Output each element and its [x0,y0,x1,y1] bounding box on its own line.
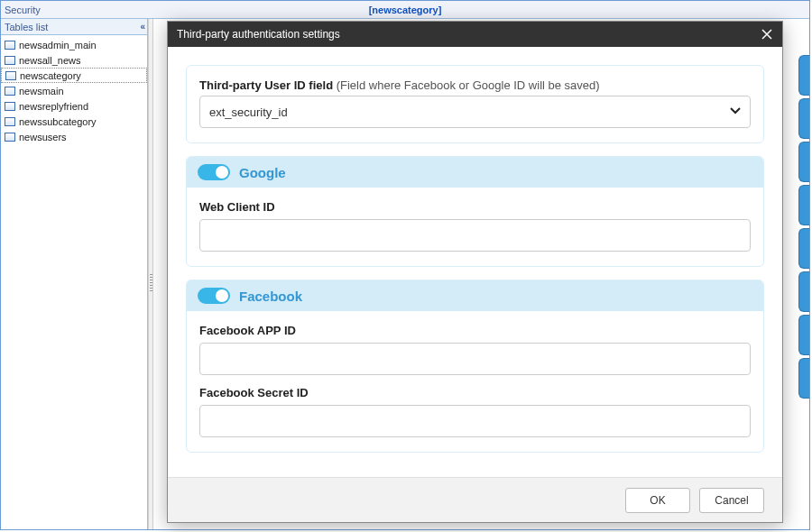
web-client-id-label: Web Client ID [199,200,751,214]
right-tab[interactable] [798,315,809,355]
right-tab[interactable] [798,358,809,399]
sidebar-item-newsadmin_main[interactable]: newsadmin_main [1,37,147,52]
sidebar-title: Tables list [5,22,48,32]
sidebar-item-label: newsreplyfriend [19,101,88,112]
facebook-secret-id-input[interactable] [199,405,751,437]
facebook-app-id-input[interactable] [199,343,751,375]
collapse-icon[interactable]: « [140,22,143,32]
sidebar: Tables list « newsadmin_mainnewsall_news… [1,19,148,529]
right-tab[interactable] [798,142,809,182]
dialog-body: Third-party User ID field (Field where F… [168,47,782,477]
dialog-titlebar[interactable]: Third-party authentication settings [168,22,782,47]
table-icon [5,102,15,111]
table-icon [5,133,15,142]
google-toggle[interactable] [198,164,230,180]
sidebar-item-label: newsmain [19,86,64,96]
top-bar-section-label: Security [5,5,41,15]
table-icon [5,117,15,126]
facebook-panel-header: Facebook [187,280,763,311]
dialog-title: Third-party authentication settings [177,28,340,41]
table-icon [5,41,15,50]
sidebar-item-label: newssubcategory [19,116,97,127]
third-party-auth-dialog: Third-party authentication settings Thir… [167,21,783,523]
right-tab[interactable] [798,228,809,269]
facebook-panel: Facebook Facebook APP ID Facebook Secret… [186,280,764,453]
right-tab[interactable] [798,185,809,225]
google-panel: Google Web Client ID [186,156,764,267]
sidebar-item-newsall_news[interactable]: newsall_news [1,52,147,68]
facebook-panel-title: Facebook [239,289,302,304]
right-tab[interactable] [798,98,809,139]
sidebar-item-newsusers[interactable]: newsusers [1,129,147,144]
tables-list: newsadmin_mainnewsall_newsnewscategoryne… [1,35,147,529]
sidebar-header: Tables list « [1,19,147,35]
top-bar: Security [newscategory] [1,1,809,19]
sidebar-item-newssubcategory[interactable]: newssubcategory [1,114,147,129]
right-tab[interactable] [798,55,809,96]
google-panel-header: Google [187,157,763,188]
table-icon [5,87,15,96]
sidebar-item-label: newsall_news [19,55,80,66]
sidebar-item-label: newscategory [20,70,81,81]
sidebar-item-label: newsusers [19,132,67,142]
facebook-toggle[interactable] [198,288,230,304]
sidebar-item-label: newsadmin_main [19,40,97,50]
cancel-button[interactable]: Cancel [699,488,764,513]
table-icon [5,56,15,65]
userid-field-select[interactable] [199,96,751,128]
web-client-id-input[interactable] [199,219,751,252]
right-tab[interactable] [798,271,809,312]
ok-button[interactable]: OK [625,488,690,513]
sidebar-item-newsreplyfriend[interactable]: newsreplyfriend [1,98,147,114]
page-title: [newscategory] [1,1,809,19]
userid-field-label: Third-party User ID field (Field where F… [199,78,751,92]
right-tabs [798,55,809,399]
facebook-secret-id-label: Facebook Secret ID [199,386,751,399]
table-icon [5,71,16,80]
google-panel-title: Google [239,165,286,180]
sidebar-item-newsmain[interactable]: newsmain [1,83,147,98]
close-icon[interactable] [759,26,775,42]
dialog-footer: OK Cancel [168,477,782,522]
facebook-app-id-label: Facebook APP ID [199,324,751,337]
userid-panel: Third-party User ID field (Field where F… [186,65,764,143]
sidebar-item-newscategory[interactable]: newscategory [1,68,147,83]
